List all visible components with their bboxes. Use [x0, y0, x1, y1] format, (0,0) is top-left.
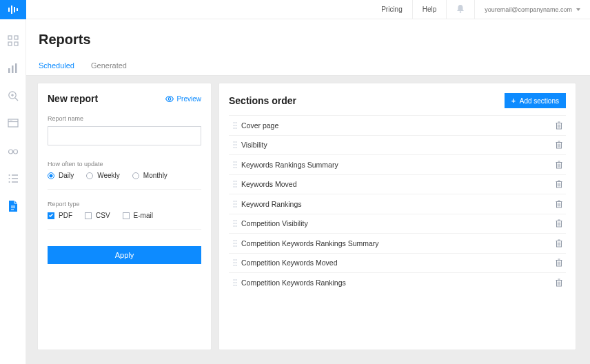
svg-point-107	[236, 243, 237, 244]
bell-icon[interactable]	[456, 3, 465, 16]
svg-point-121	[236, 265, 237, 266]
svg-point-120	[234, 265, 235, 266]
report-name-input[interactable]	[48, 126, 201, 145]
drag-handle-icon[interactable]	[229, 279, 241, 287]
svg-point-47	[236, 144, 237, 145]
delete-section-button[interactable]	[552, 259, 566, 267]
drag-handle-icon[interactable]	[229, 180, 241, 188]
tab-generated[interactable]: Generated	[91, 61, 127, 70]
sections-title: Sections order	[229, 95, 296, 106]
section-row: Visibility	[229, 135, 566, 155]
add-sections-button[interactable]: + Add sections	[505, 93, 566, 108]
section-row: Keywords Moved	[229, 174, 566, 194]
svg-point-83	[236, 203, 237, 205]
nav-search-plus-icon[interactable]	[7, 90, 19, 102]
nav-reports-icon[interactable]	[7, 200, 19, 212]
svg-point-56	[234, 161, 235, 163]
preview-button[interactable]: Preview	[165, 95, 201, 103]
frequency-monthly-radio[interactable]: Monthly	[132, 172, 167, 179]
svg-point-118	[234, 262, 235, 263]
svg-point-72	[234, 186, 235, 188]
svg-rect-9	[12, 65, 14, 73]
svg-point-32	[234, 122, 235, 123]
preview-label: Preview	[176, 95, 201, 103]
drag-handle-icon[interactable]	[229, 141, 241, 149]
svg-point-92	[234, 220, 235, 221]
delete-section-button[interactable]	[552, 219, 566, 228]
section-row-label: Competition Visibility	[241, 219, 552, 228]
drag-handle-icon[interactable]	[229, 161, 241, 169]
trash-icon	[556, 200, 562, 208]
delete-section-button[interactable]	[552, 121, 566, 130]
frequency-weekly-radio[interactable]: Weekly	[86, 172, 120, 179]
delete-section-button[interactable]	[552, 141, 566, 149]
nav-website-icon[interactable]	[7, 117, 19, 130]
plus-icon: +	[511, 97, 516, 105]
svg-rect-3	[17, 8, 18, 11]
svg-point-30	[460, 11, 461, 12]
type-email-checkbox[interactable]: E-mail	[123, 212, 153, 219]
svg-point-105	[236, 240, 237, 241]
delete-section-button[interactable]	[552, 239, 566, 247]
chevron-down-icon	[576, 8, 580, 11]
drag-handle-icon[interactable]	[229, 259, 241, 267]
drag-handle-icon[interactable]	[229, 200, 241, 208]
delete-section-button[interactable]	[552, 161, 566, 169]
delete-section-button[interactable]	[552, 279, 566, 287]
section-row: Cover page	[229, 115, 566, 135]
svg-rect-4	[8, 36, 12, 39]
svg-point-108	[234, 245, 235, 247]
section-row: Competition Visibility	[229, 214, 566, 234]
radio-icon	[86, 172, 93, 179]
section-row-label: Competition Keywords Moved	[241, 259, 552, 267]
tab-scheduled[interactable]: Scheduled	[39, 61, 74, 70]
drag-handle-icon[interactable]	[229, 239, 241, 247]
type-pdf-checkbox[interactable]: PDF	[48, 212, 72, 219]
svg-point-20	[13, 150, 17, 154]
svg-point-59	[236, 164, 237, 165]
checkbox-icon	[85, 212, 92, 219]
nav-rankings-icon[interactable]	[7, 62, 19, 74]
svg-point-106	[234, 243, 235, 244]
topbar: Pricing Help youremail@companyname.com	[26, 0, 590, 19]
report-name-label: Report name	[48, 115, 201, 122]
svg-rect-8	[8, 68, 10, 73]
trash-icon	[556, 121, 562, 130]
svg-point-93	[236, 220, 237, 221]
svg-point-31	[169, 97, 172, 100]
delete-section-button[interactable]	[552, 180, 566, 188]
svg-point-104	[234, 240, 235, 241]
nav-dashboard-icon[interactable]	[7, 34, 19, 47]
nav-list-icon[interactable]	[7, 172, 19, 185]
nav-glasses-icon[interactable]	[7, 145, 19, 157]
new-report-title: New report	[48, 93, 98, 104]
trash-icon	[556, 141, 562, 149]
section-row: Competition Keywords Rankings Summary	[229, 233, 566, 253]
type-csv-checkbox[interactable]: CSV	[85, 212, 110, 219]
svg-point-49	[236, 147, 237, 148]
page-title: Reports	[39, 32, 578, 48]
drag-handle-icon[interactable]	[229, 121, 241, 130]
svg-point-84	[234, 206, 235, 208]
apply-button[interactable]: Apply	[48, 246, 201, 264]
svg-line-12	[15, 98, 18, 101]
svg-point-116	[234, 259, 235, 261]
topbar-help-link[interactable]: Help	[423, 6, 437, 13]
drag-handle-icon[interactable]	[229, 219, 241, 228]
svg-point-117	[236, 259, 237, 261]
svg-point-109	[236, 245, 237, 247]
svg-point-58	[234, 164, 235, 165]
svg-point-81	[236, 201, 237, 202]
topbar-pricing-link[interactable]: Pricing	[381, 6, 403, 13]
sections-card: Sections order + Add sections Cover page…	[218, 83, 576, 350]
svg-point-96	[234, 225, 235, 227]
radio-icon	[132, 172, 139, 179]
svg-rect-10	[15, 63, 17, 73]
frequency-daily-radio[interactable]: Daily	[48, 172, 74, 179]
user-menu[interactable]: youremail@companyname.com	[485, 6, 580, 13]
delete-section-button[interactable]	[552, 200, 566, 208]
section-row: Competition Keywords Rankings	[229, 272, 566, 292]
svg-point-33	[236, 122, 237, 123]
brand-logo[interactable]	[0, 0, 26, 19]
svg-point-85	[236, 206, 237, 208]
